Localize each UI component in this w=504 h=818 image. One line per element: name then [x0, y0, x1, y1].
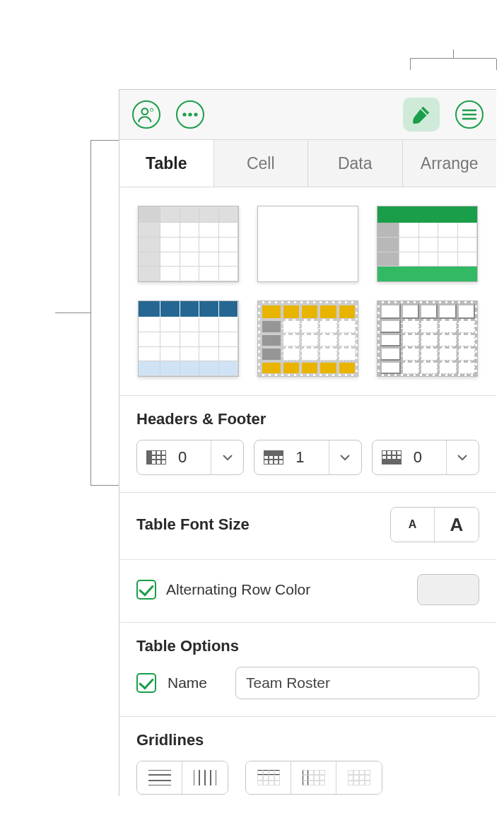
header-rows-stepper[interactable]: 1 [254, 440, 361, 475]
footer-rows-value: 0 [411, 448, 446, 467]
table-name-input[interactable] [235, 667, 479, 699]
name-label: Name [168, 674, 224, 691]
table-style-3[interactable] [138, 300, 239, 377]
table-style-0[interactable] [138, 206, 239, 282]
callout-bracket-top [410, 58, 496, 59]
tab-data[interactable]: Data [308, 140, 403, 187]
toolbar [119, 90, 496, 139]
header-rows-icon [254, 450, 293, 464]
section-headers-footer: Headers & Footer 0 1 [119, 396, 496, 492]
callout-stem-top [453, 49, 454, 58]
chevron-down-icon[interactable] [329, 440, 361, 474]
gridlines-header-vertical-button[interactable] [291, 761, 336, 794]
header-gridlines-segment [245, 761, 382, 795]
format-panel: Table Cell Data Arrange Headers & Footer [119, 89, 496, 796]
headers-footer-title: Headers & Footer [136, 410, 479, 428]
table-style-5[interactable] [377, 300, 478, 377]
gridlines-title: Gridlines [136, 731, 479, 749]
gridlines-vertical-button[interactable] [182, 761, 228, 794]
table-options-title: Table Options [136, 637, 479, 655]
format-button[interactable] [403, 98, 440, 132]
table-style-1[interactable] [257, 206, 358, 282]
header-cols-icon [137, 450, 175, 464]
collaborate-button[interactable] [132, 100, 160, 129]
gridlines-none-button[interactable] [336, 761, 382, 794]
table-style-4[interactable] [257, 300, 358, 377]
table-styles-grid [119, 187, 496, 395]
callout-stem-left [55, 312, 90, 313]
alt-row-checkbox[interactable] [136, 580, 156, 600]
chevron-down-icon[interactable] [211, 440, 243, 474]
footer-rows-stepper[interactable]: 0 [372, 440, 479, 475]
footer-rows-icon [373, 450, 411, 464]
callout-bracket-left [90, 140, 91, 485]
table-style-2[interactable] [377, 206, 478, 282]
section-alt-row: Alternating Row Color [119, 560, 496, 622]
chevron-down-icon[interactable] [446, 440, 479, 474]
more-button[interactable] [176, 100, 204, 129]
thumb-preview [258, 301, 358, 376]
alt-row-label: Alternating Row Color [166, 581, 310, 598]
svg-point-2 [182, 112, 186, 116]
thumb-preview [377, 206, 477, 281]
font-size-label: Table Font Size [136, 515, 250, 534]
svg-point-3 [188, 112, 192, 116]
organize-button[interactable] [455, 100, 484, 129]
gridlines-horizontal-button[interactable] [137, 761, 182, 794]
font-size-decrease-button[interactable]: A [391, 508, 435, 542]
svg-point-0 [142, 108, 148, 115]
tab-arrange[interactable]: Arrange [403, 140, 497, 187]
font-size-segment: A A [390, 507, 479, 542]
format-tabs: Table Cell Data Arrange [119, 139, 496, 187]
header-columns-stepper[interactable]: 0 [136, 440, 244, 475]
tab-cell[interactable]: Cell [214, 140, 309, 187]
section-table-options: Table Options Name [119, 623, 496, 716]
header-rows-value: 1 [293, 448, 328, 467]
show-name-checkbox[interactable] [136, 673, 156, 693]
svg-point-4 [194, 112, 197, 116]
section-gridlines: Gridlines [119, 717, 496, 796]
font-size-increase-button[interactable]: A [435, 508, 479, 542]
thumb-preview [139, 206, 238, 281]
thumb-preview [139, 301, 238, 376]
thumb-preview [377, 301, 477, 376]
thumb-preview [258, 206, 358, 281]
gridlines-header-horizontal-button[interactable] [246, 761, 291, 794]
header-cols-value: 0 [175, 448, 211, 467]
body-gridlines-segment [136, 761, 228, 795]
alt-row-color-swatch[interactable] [417, 574, 479, 605]
tab-table[interactable]: Table [119, 140, 214, 187]
section-font-size: Table Font Size A A [119, 493, 496, 559]
